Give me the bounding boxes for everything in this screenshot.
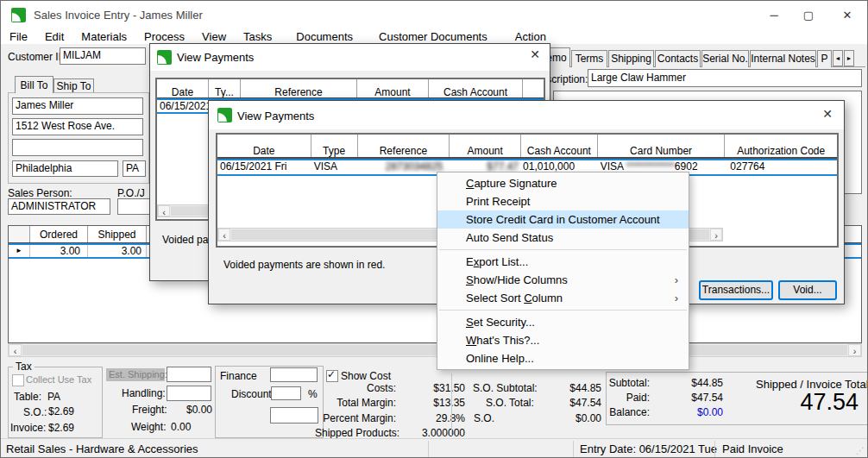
description-input[interactable]: Large Claw Hammer: [588, 69, 862, 87]
menu-materials[interactable]: Materials: [72, 30, 135, 43]
resize-grip[interactable]: ⋰: [856, 446, 865, 455]
menu-file[interactable]: File: [1, 30, 36, 43]
finance-extra-input[interactable]: [270, 407, 318, 423]
address-name-input[interactable]: James Miller: [12, 97, 143, 115]
invoice-total-value: 47.54: [772, 389, 859, 416]
show-cost-checkbox[interactable]: ✓: [326, 370, 338, 382]
menu-edit[interactable]: Edit: [36, 30, 72, 43]
sales-person-label: Sales Person:: [8, 187, 72, 199]
tab-bill-to[interactable]: Bill To: [15, 76, 53, 93]
dialog2-close-icon[interactable]: ✕: [818, 107, 837, 121]
scroll-left-icon[interactable]: ‹: [158, 205, 170, 216]
freight-value: $0.00: [182, 404, 212, 416]
cell-shipped[interactable]: 3.00: [88, 244, 147, 258]
cell-ordered[interactable]: 3.00: [30, 244, 88, 258]
col-date[interactable]: ⌄Date: [217, 135, 311, 157]
col-card-number[interactable]: Card Number: [598, 135, 726, 157]
paid-label: Paid:: [607, 392, 650, 404]
menu-item-set-security[interactable]: Set Security...: [437, 313, 689, 331]
percent-margin-label: Percent Margin:: [320, 412, 396, 424]
tab-contacts[interactable]: Contacts: [655, 50, 701, 67]
collect-use-tax-checkbox[interactable]: [12, 374, 24, 386]
menu-action[interactable]: Action: [506, 30, 555, 43]
tab-scroll-left-icon[interactable]: ◄: [833, 50, 843, 66]
check-icon: ✓: [327, 368, 336, 380]
col-date[interactable]: ⌄Date: [157, 79, 209, 97]
col-reference[interactable]: Reference: [241, 79, 357, 97]
app-icon: [217, 108, 232, 122]
menu-item-select-sort-column[interactable]: Select Sort Column›: [437, 289, 689, 307]
show-cost-label: Show Cost: [341, 370, 391, 382]
menu-item-auto-send-status[interactable]: Auto Send Status: [437, 229, 689, 247]
total-margin-value: $13.35: [422, 397, 465, 409]
invoice-grid-row[interactable]: ► 3.00 3.00: [9, 244, 147, 258]
sales-person-input[interactable]: ADMINISTRATOR: [8, 198, 110, 215]
col-reference[interactable]: Reference: [358, 135, 450, 157]
cell-date[interactable]: 06/15/2021: [157, 99, 209, 113]
main-hscrollbar[interactable]: ‹ ›: [8, 343, 862, 357]
percent-margin-value: 29.8%: [422, 412, 465, 424]
scroll-right-icon[interactable]: ›: [710, 229, 722, 241]
col-type[interactable]: Ty...: [209, 79, 241, 97]
cell-type[interactable]: VISA: [311, 160, 358, 174]
discount-input[interactable]: [271, 386, 301, 400]
transactions-button[interactable]: Transactions...: [699, 280, 773, 300]
weight-value: 0.00: [171, 421, 191, 433]
menu-item-show-hide-columns[interactable]: Show/Hide Columns›: [437, 271, 689, 289]
tax-table-label: Table:: [14, 391, 41, 403]
menu-item-whats-this[interactable]: What's This?...: [437, 331, 689, 349]
total-margin-label: Total Margin:: [327, 397, 396, 409]
address-state-input[interactable]: PA: [123, 160, 146, 177]
cell-auth-code[interactable]: 027764: [725, 160, 837, 174]
po-label: P.O./J: [117, 187, 145, 199]
menu-item-store-credit-card[interactable]: Store Credit Card in Customer Account: [437, 210, 689, 229]
menu-item-online-help[interactable]: Online Help...: [437, 349, 689, 367]
col-amount[interactable]: Amount: [450, 135, 521, 157]
void-button[interactable]: Void...: [778, 280, 837, 300]
address-city-input[interactable]: Philadelphia: [12, 160, 118, 177]
scroll-right-icon[interactable]: ›: [848, 344, 861, 356]
scroll-left-icon[interactable]: ‹: [218, 229, 230, 241]
dialog1-close-icon[interactable]: ✕: [525, 47, 544, 61]
menu-customer-documents[interactable]: Customer Documents: [370, 30, 496, 43]
est-shipping-input[interactable]: [167, 367, 211, 382]
address-line1-input[interactable]: 1512 West Rose Ave.: [12, 118, 143, 135]
main-hscroll-thumb[interactable]: [22, 345, 847, 355]
col-cash-account[interactable]: Cash Account: [429, 79, 523, 97]
tab-serial-no[interactable]: Serial No.: [701, 50, 749, 67]
tax-legend: Tax: [13, 361, 35, 373]
col-authorization-code[interactable]: Authorization Code: [725, 135, 837, 157]
menu-item-export-list[interactable]: Export List...: [437, 253, 689, 271]
menu-view[interactable]: View: [193, 30, 235, 43]
col-cash-account[interactable]: Cash Account: [521, 135, 598, 157]
col-type[interactable]: Type: [311, 135, 358, 157]
tab-ship-to[interactable]: Ship To: [53, 78, 94, 93]
col-amount[interactable]: Amount: [357, 79, 429, 97]
status-separator: [428, 441, 429, 457]
customer-id-input[interactable]: MILJAM: [60, 47, 146, 65]
menu-item-capture-signature[interactable]: Capture Signature: [437, 174, 689, 192]
col-ordered[interactable]: Ordered: [30, 226, 88, 242]
menu-item-print-receipt[interactable]: Print Receipt: [437, 192, 689, 210]
menu-documents[interactable]: Documents: [287, 30, 362, 43]
tab-internal-notes[interactable]: Internal Notes: [750, 50, 816, 67]
tab-shipping[interactable]: Shipping: [608, 50, 654, 67]
menu-tasks[interactable]: Tasks: [235, 30, 280, 43]
close-button[interactable]: ✕: [827, 1, 867, 29]
tab-terms[interactable]: Terms: [571, 50, 607, 67]
sort-desc-icon: ⌄: [179, 79, 186, 97]
menu-bar: File Edit Materials Process View Tasks D…: [1, 29, 867, 44]
handling-input[interactable]: [167, 386, 211, 401]
tab-scroll-right-icon[interactable]: ►: [844, 50, 854, 66]
scroll-left-icon[interactable]: ‹: [9, 344, 22, 356]
address-line2-input[interactable]: [12, 139, 143, 156]
tab-p-clipped[interactable]: P: [817, 50, 832, 67]
menu-process[interactable]: Process: [135, 30, 193, 43]
col-shipped[interactable]: Shipped: [88, 226, 147, 242]
finance-input[interactable]: [270, 367, 318, 382]
app-icon: [157, 50, 172, 65]
minimize-button[interactable]: ─: [757, 1, 791, 29]
cell-date[interactable]: 06/15/2021 Fri: [217, 160, 311, 174]
dialog1-grid-header: ⌄Date Ty... Reference Amount Cash Accoun…: [157, 79, 544, 99]
maximize-button[interactable]: ▢: [791, 1, 826, 29]
